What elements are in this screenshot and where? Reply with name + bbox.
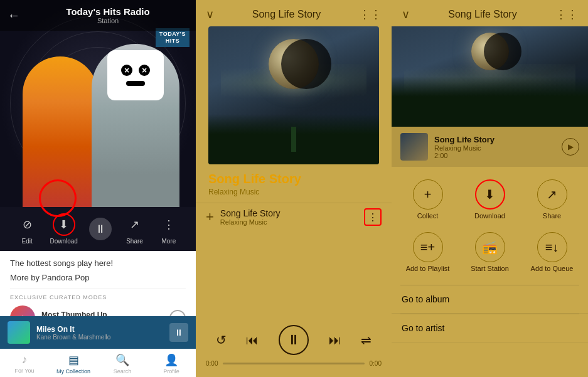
options-title: Song Life Story	[448, 9, 516, 20]
marshmello-mouth	[126, 81, 145, 86]
now-playing-pause[interactable]: ⏸	[169, 323, 188, 342]
now-playing-thumb	[8, 321, 30, 344]
share-icon: ↗	[124, 213, 146, 236]
mini-song-title: Song Life Story	[434, 135, 555, 144]
station-content: The hottest songs play here! More by Pan…	[0, 251, 196, 316]
art-statue	[291, 127, 296, 152]
next-icon[interactable]: ⏭	[329, 333, 341, 348]
more-control[interactable]: ⋮ More	[158, 213, 180, 245]
time-end: 0:00	[370, 360, 382, 367]
progress-bar-row: 0:00 0:00	[206, 360, 382, 371]
panel-song-player: ∨ Song Life Story ⋮⋮ Song Life Story Rel…	[196, 0, 392, 377]
station-type: Station	[97, 17, 119, 24]
chevron-down-icon[interactable]: ∨	[206, 8, 214, 21]
progress-bar[interactable]	[223, 363, 364, 364]
header-title-block: Today's Hits Radio Station	[28, 6, 188, 24]
options-art-trees	[392, 77, 588, 127]
more-icon: ⋮	[158, 213, 180, 236]
options-header: ∨ Song Life Story ⋮⋮	[392, 0, 588, 26]
collect-label: Collect	[417, 212, 439, 220]
nav-profile[interactable]: 👤 Profile	[147, 353, 196, 374]
mini-song-duration: 2:00	[434, 152, 555, 159]
start-station-action[interactable]: 📻 Start Station	[459, 226, 521, 279]
track-name: Song Life Story	[220, 208, 358, 218]
share-control[interactable]: ↗ Share	[124, 213, 146, 245]
edit-label: Edit	[22, 238, 33, 245]
add-button[interactable]: +	[206, 209, 214, 225]
nav-my-collection[interactable]: ▤ My Collection	[49, 353, 98, 374]
add-to-playlist-label: Add to Playlist	[406, 265, 450, 272]
actions-grid: + Collect ⬇ Download ↗ Share ≡+ Add to P…	[392, 167, 588, 285]
album-art	[208, 26, 379, 164]
share-action[interactable]: ↗ Share	[521, 173, 583, 226]
art-moon-shadow	[281, 39, 331, 89]
more-by-label: More by Pandora Pop	[10, 273, 186, 282]
prev-icon[interactable]: ⏮	[246, 333, 259, 348]
collection-label: My Collection	[56, 368, 90, 374]
mini-thumb	[400, 133, 428, 161]
station-mode-play[interactable]: ▶	[169, 310, 186, 316]
panel-radio-station: ← Today's Hits Radio Station TODAY'SHITS	[0, 0, 196, 377]
go-to-album-item[interactable]: Go to album	[392, 285, 588, 314]
edit-icon: ⊘	[16, 213, 38, 236]
marshmello-eye-left	[121, 65, 132, 76]
playback-controls: ↺ ⏮ ⏸ ⏭ ⇌	[206, 320, 382, 360]
person2-figure	[92, 44, 179, 207]
add-to-playlist-action[interactable]: ≡+ Add to Playlist	[397, 226, 459, 279]
nav-for-you[interactable]: ♪ For You	[0, 353, 49, 374]
album-art-content	[208, 26, 379, 164]
repeat-icon[interactable]: ↺	[216, 332, 227, 348]
search-icon: 🔍	[115, 353, 129, 367]
download-control[interactable]: ⬇ Download	[50, 213, 77, 245]
now-playing-info: Miles On It Kane Brown & Marshmello	[36, 325, 163, 341]
station-mode-info: Most Thumbed Up Station Mode	[41, 311, 163, 317]
track-more-button[interactable]: ⋮	[364, 208, 382, 226]
profile-icon: 👤	[164, 353, 178, 367]
play-pause-button[interactable]: ⏸	[279, 325, 309, 355]
nav-search[interactable]: 🔍 Search	[98, 353, 147, 374]
now-playing-artist: Kane Brown & Marshmello	[36, 334, 163, 341]
options-menu-icon[interactable]: ⋮⋮	[555, 8, 578, 21]
station-mode-item[interactable]: ♪ Most Thumbed Up Station Mode ▶	[10, 305, 186, 316]
track-row: + Song Life Story Relaxing Music ⋮	[196, 203, 392, 231]
edit-control[interactable]: ⊘ Edit	[16, 213, 38, 245]
track-info: Song Life Story Relaxing Music	[220, 208, 358, 226]
add-to-queue-action[interactable]: ≡↓ Add to Queue	[521, 226, 583, 279]
station-mode-thumb: ♪	[10, 305, 35, 316]
marshmello-head	[107, 50, 164, 100]
options-chevron-icon[interactable]: ∨	[402, 8, 410, 21]
marshmello-eye-right	[139, 65, 150, 76]
exclusive-label: EXCLUSIVE CURATED MODES	[10, 289, 186, 300]
collect-icon: +	[413, 179, 443, 210]
collect-action[interactable]: + Collect	[397, 173, 459, 226]
options-album-art	[392, 26, 588, 127]
song-title-big: Song Life Story	[196, 164, 392, 188]
song-label: Relaxing Music	[208, 188, 259, 196]
song-meta: Relaxing Music	[196, 188, 392, 203]
add-to-queue-label: Add to Queue	[531, 265, 574, 272]
for-you-icon: ♪	[22, 353, 28, 366]
options-art-inner	[392, 26, 588, 127]
track-artist: Relaxing Music	[220, 218, 358, 226]
marshmello-eyes	[121, 65, 150, 76]
station-name: Today's Hits Radio	[66, 6, 149, 17]
collection-icon: ▤	[68, 353, 79, 367]
pause-control[interactable]: ⏸	[89, 218, 112, 240]
download-action[interactable]: ⬇ Download	[459, 173, 521, 226]
player-title: Song Life Story	[252, 9, 321, 20]
back-icon[interactable]: ←	[8, 8, 20, 23]
profile-label: Profile	[163, 368, 179, 374]
go-to-artist-item[interactable]: Go to artist	[392, 314, 588, 342]
mini-play-button[interactable]: ▶	[562, 138, 579, 156]
shuffle-icon[interactable]: ⇌	[361, 332, 372, 348]
time-start: 0:00	[206, 360, 218, 367]
player-menu-icon[interactable]: ⋮⋮	[359, 8, 382, 21]
add-to-queue-icon: ≡↓	[537, 232, 567, 262]
download-label: Download	[474, 212, 505, 220]
download-icon: ⬇	[475, 179, 505, 210]
download-label: Download	[50, 238, 77, 245]
station-mode-name: Most Thumbed Up	[41, 311, 163, 317]
share-label: Share	[543, 212, 561, 220]
now-playing-bar: Miles On It Kane Brown & Marshmello ⏸	[0, 316, 196, 349]
mini-song-artist: Relaxing Music	[434, 144, 555, 152]
